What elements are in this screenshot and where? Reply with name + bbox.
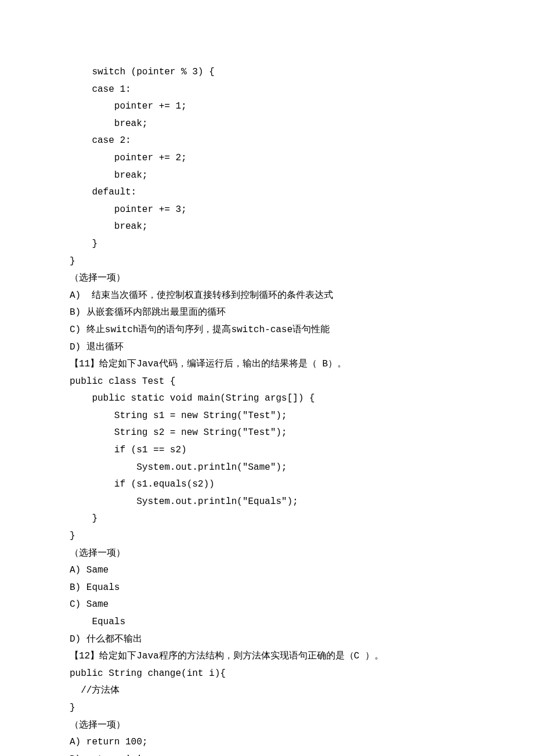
text-line: public class Test { bbox=[70, 373, 464, 391]
text-line: System.out.println("Equals"); bbox=[70, 494, 464, 511]
text-line: } bbox=[70, 510, 464, 528]
text-line: if (s1.equals(s2)) bbox=[70, 476, 464, 494]
text-line: break; bbox=[70, 167, 464, 185]
text-line: 【12】给定如下Java程序的方法结构，则方法体实现语句正确的是（C ）。 bbox=[70, 648, 464, 665]
text-line: D) 什么都不输出 bbox=[70, 631, 464, 649]
text-line: } bbox=[70, 700, 464, 717]
text-line: break; bbox=[70, 218, 464, 236]
text-line: C) Same bbox=[70, 596, 464, 614]
text-line: （选择一项） bbox=[70, 545, 464, 563]
text-line: } bbox=[70, 253, 464, 271]
text-line: //方法体 bbox=[70, 682, 464, 700]
document-page: switch (pointer % 3) { case 1: pointer +… bbox=[0, 0, 534, 756]
text-line: C) 终止switch语句的语句序列，提高switch-case语句性能 bbox=[70, 322, 464, 339]
text-line: B) Equals bbox=[70, 579, 464, 597]
text-line: pointer += 3; bbox=[70, 201, 464, 219]
text-line: （选择一项） bbox=[70, 270, 464, 287]
text-line: public String change(int i){ bbox=[70, 665, 464, 683]
text-line: B) return 'a'; bbox=[70, 751, 464, 756]
text-line: public static void main(String args[]) { bbox=[70, 390, 464, 408]
text-line: String s2 = new String("Test"); bbox=[70, 424, 464, 442]
text-line: break; bbox=[70, 116, 464, 133]
text-line: if (s1 == s2) bbox=[70, 442, 464, 459]
text-line: pointer += 1; bbox=[70, 98, 464, 116]
text-line: A) Same bbox=[70, 562, 464, 579]
text-line: Equals bbox=[70, 614, 464, 631]
text-line: A) 结束当次循环，使控制权直接转移到控制循环的条件表达式 bbox=[70, 287, 464, 305]
text-line: （选择一项） bbox=[70, 717, 464, 735]
text-line: 【11】给定如下Java代码，编译运行后，输出的结果将是（ B）。 bbox=[70, 356, 464, 373]
text-line: A) return 100; bbox=[70, 734, 464, 751]
text-line: switch (pointer % 3) { bbox=[70, 64, 464, 81]
text-line: case 2: bbox=[70, 132, 464, 150]
text-line: pointer += 2; bbox=[70, 150, 464, 167]
text-line: } bbox=[70, 236, 464, 253]
text-line: System.out.println("Same"); bbox=[70, 459, 464, 477]
text-line: default: bbox=[70, 184, 464, 201]
text-line: D) 退出循环 bbox=[70, 339, 464, 357]
text-line: case 1: bbox=[70, 81, 464, 99]
text-line: B) 从嵌套循环内部跳出最里面的循环 bbox=[70, 304, 464, 322]
text-line: } bbox=[70, 528, 464, 545]
text-line: String s1 = new String("Test"); bbox=[70, 408, 464, 425]
